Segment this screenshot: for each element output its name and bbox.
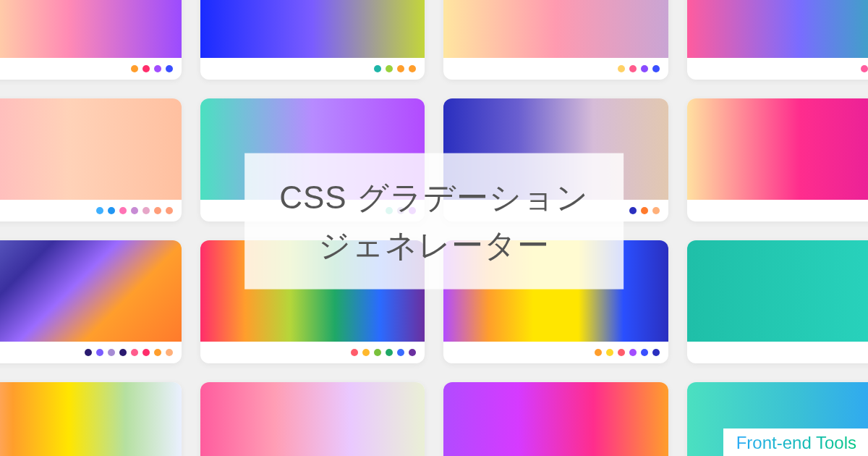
- color-dot[interactable]: [652, 349, 660, 356]
- gradient-card[interactable]: [687, 98, 869, 221]
- gradient-swatch: [687, 240, 869, 342]
- color-dot[interactable]: [374, 65, 381, 72]
- color-dot[interactable]: [861, 65, 868, 72]
- gradient-swatch: [0, 0, 182, 58]
- color-dot[interactable]: [96, 207, 103, 214]
- gradient-swatch: [200, 0, 425, 58]
- gradient-swatch: [0, 240, 182, 342]
- color-dots: [687, 342, 869, 363]
- color-dot[interactable]: [618, 349, 625, 356]
- color-dot[interactable]: [641, 207, 648, 214]
- color-dots: [687, 58, 869, 80]
- color-dot[interactable]: [119, 349, 127, 356]
- color-dot[interactable]: [374, 349, 381, 356]
- color-dot[interactable]: [397, 65, 404, 72]
- gradient-card[interactable]: [200, 382, 425, 456]
- color-dot[interactable]: [386, 349, 393, 356]
- color-dot[interactable]: [142, 349, 150, 356]
- gradient-swatch: [687, 98, 869, 200]
- color-dot[interactable]: [131, 65, 138, 72]
- title-line-2: ジェネレーター: [279, 221, 589, 269]
- color-dot[interactable]: [641, 65, 648, 72]
- color-dot[interactable]: [652, 207, 660, 214]
- gradient-swatch: [0, 98, 182, 200]
- color-dot[interactable]: [166, 207, 173, 214]
- color-dot[interactable]: [641, 349, 648, 356]
- color-dot[interactable]: [409, 65, 416, 72]
- color-dot[interactable]: [131, 207, 138, 214]
- color-dot[interactable]: [119, 207, 127, 214]
- color-dot[interactable]: [166, 65, 173, 72]
- color-dots: [0, 342, 182, 363]
- color-dot[interactable]: [595, 349, 602, 356]
- gradient-swatch: [443, 0, 668, 58]
- color-dots: [0, 58, 182, 80]
- color-dot[interactable]: [386, 65, 393, 72]
- color-dot[interactable]: [397, 349, 404, 356]
- color-dot[interactable]: [629, 65, 637, 72]
- gradient-card[interactable]: [0, 382, 182, 456]
- color-dot[interactable]: [154, 65, 161, 72]
- title-overlay: CSS グラデーション ジェネレーター: [244, 153, 624, 290]
- color-dot[interactable]: [166, 349, 173, 356]
- color-dots: [0, 200, 182, 221]
- color-dot[interactable]: [108, 349, 115, 356]
- color-dot[interactable]: [85, 349, 92, 356]
- color-dots: [200, 342, 425, 363]
- color-dot[interactable]: [108, 207, 115, 214]
- gradient-swatch: [443, 382, 668, 456]
- color-dots: [443, 342, 668, 363]
- color-dot[interactable]: [154, 349, 161, 356]
- color-dot[interactable]: [142, 65, 150, 72]
- gradient-card[interactable]: [0, 240, 182, 363]
- color-dot[interactable]: [154, 207, 161, 214]
- gradient-card[interactable]: [0, 0, 182, 80]
- title-line-1: CSS グラデーション: [279, 174, 589, 221]
- color-dot[interactable]: [142, 207, 150, 214]
- color-dot[interactable]: [409, 349, 416, 356]
- color-dot[interactable]: [618, 65, 625, 72]
- color-dot[interactable]: [131, 349, 138, 356]
- color-dots: [200, 58, 425, 80]
- color-dots: [687, 200, 869, 221]
- gradient-card[interactable]: [687, 0, 869, 80]
- color-dot[interactable]: [362, 349, 370, 356]
- color-dot[interactable]: [351, 349, 358, 356]
- brand-label: Front-end Tools: [726, 428, 868, 456]
- gradient-swatch: [687, 0, 869, 58]
- gradient-swatch: [200, 382, 425, 456]
- gradient-card[interactable]: [443, 382, 668, 456]
- gradient-swatch: [0, 382, 182, 456]
- color-dot[interactable]: [629, 349, 637, 356]
- gradient-card[interactable]: [200, 0, 425, 80]
- gradient-card[interactable]: [0, 98, 182, 221]
- gradient-card[interactable]: [443, 0, 668, 80]
- color-dot[interactable]: [96, 349, 103, 356]
- color-dot[interactable]: [629, 207, 637, 214]
- gradient-card[interactable]: [687, 240, 869, 363]
- color-dot[interactable]: [652, 65, 660, 72]
- color-dots: [443, 58, 668, 80]
- color-dot[interactable]: [606, 349, 613, 356]
